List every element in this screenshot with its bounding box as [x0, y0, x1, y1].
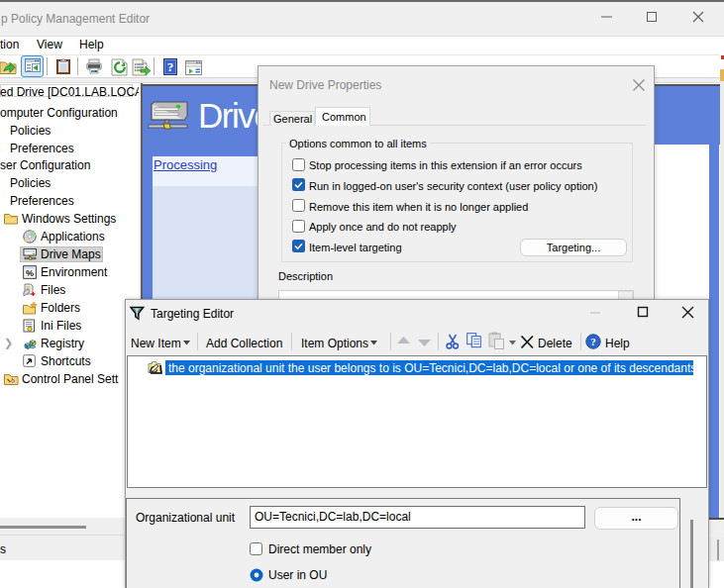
svg-text:%: %	[26, 268, 34, 278]
svg-text:?: ?	[167, 59, 174, 74]
svg-text:?: ?	[590, 336, 596, 347]
